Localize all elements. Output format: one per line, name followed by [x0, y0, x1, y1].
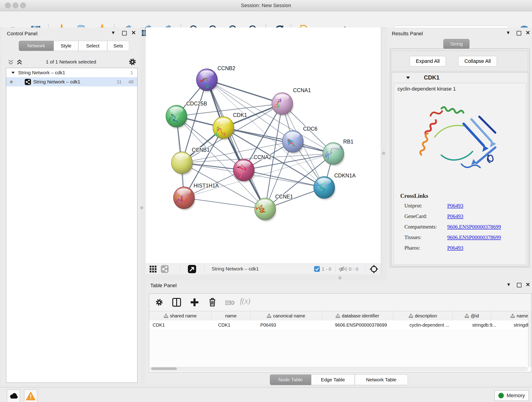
node-label-CCNB2: CCNB2 [217, 65, 235, 71]
float-panel-icon[interactable] [517, 283, 521, 287]
network-edge-CCNA2-CDKN1A[interactable] [244, 170, 324, 187]
column-header-database-identifier[interactable]: database identifier [322, 311, 393, 320]
network-row-selected[interactable]: String Network – cdk1 11 48 [6, 77, 137, 86]
close-panel-icon[interactable]: ✕ [131, 31, 136, 35]
horizontal-scrollbar-thumb[interactable] [151, 367, 177, 370]
node-label-CDC25B: CDC25B [186, 101, 207, 107]
memory-label: Memory [507, 393, 525, 399]
hidden-node-edge-counts: 0 - 0 [349, 266, 358, 272]
tab-select[interactable]: Select [78, 41, 107, 51]
network-collection-row[interactable]: String Network – cdk1 1 [6, 68, 137, 77]
section-collapse-triangle-icon[interactable] [406, 76, 410, 80]
network-node-RB1[interactable] [323, 143, 345, 166]
create-column-icon[interactable] [190, 298, 199, 307]
main-toolbar: ? [0, 11, 532, 28]
crosslink-label: Uniprot: [404, 203, 422, 209]
column-header-shared-name[interactable]: shared name [149, 311, 211, 320]
tab-string[interactable]: String [443, 39, 469, 49]
network-node-CCNA1[interactable] [272, 93, 293, 116]
collapse-all-button[interactable]: Collapse All [458, 56, 497, 66]
control-panel-tabs: NetworkStyleSelectSets [19, 41, 129, 51]
selected-checkbox-icon[interactable] [314, 266, 320, 272]
column-header-canonical-name[interactable]: canonical name [250, 311, 322, 320]
separator [180, 265, 180, 273]
crosslink-link[interactable]: 9606.ENSP00000378699 [447, 224, 501, 230]
crosslink-link[interactable]: P06493 [447, 203, 463, 209]
float-panel-icon[interactable] [122, 31, 127, 36]
string-network-icon [25, 79, 31, 85]
status-bar: Memory [0, 387, 532, 402]
gear-icon[interactable] [128, 58, 137, 66]
panel-menu-icon[interactable]: ▾ [507, 30, 510, 35]
tab-sets[interactable]: Sets [107, 41, 129, 51]
panel-menu-icon[interactable]: ▾ [112, 30, 114, 35]
separator [336, 265, 336, 273]
node-label-CDK1: CDK1 [233, 112, 247, 118]
expand-all-button[interactable]: Expand All [410, 56, 446, 66]
grid-view-icon[interactable] [149, 265, 157, 273]
network-status-dot [10, 80, 13, 83]
crosslink-label: Tissues: [404, 235, 422, 240]
column-header-name[interactable]: name [211, 311, 250, 320]
network-edge-CCNB2-CCNA1[interactable] [207, 80, 282, 104]
string-results-container: Expand All Collapse All CDK1 cyclin-depe… [390, 49, 530, 267]
current-network-name: String Network – cdk1 [212, 266, 259, 272]
close-panel-icon[interactable]: ✕ [526, 282, 530, 287]
column-header-description[interactable]: description [393, 311, 453, 320]
network-node-CCNE1[interactable] [254, 198, 276, 221]
show-columns-icon[interactable] [172, 298, 181, 307]
network-node-CDC6[interactable] [282, 130, 304, 154]
crosslink-link[interactable]: P06493 [447, 245, 463, 251]
network-edge-CCNB2-CCNE1[interactable] [207, 80, 265, 209]
vertical-scrollbar[interactable] [528, 311, 531, 367]
tab-network-table[interactable]: Network Table [355, 375, 408, 385]
results-panel-title: Results Panel [392, 31, 423, 37]
collection-count: 1 [130, 70, 133, 75]
protein-structure-image [406, 97, 512, 186]
close-panel-icon[interactable]: ✕ [526, 31, 530, 35]
crosslink-label: GeneCard: [404, 213, 427, 219]
network-edge-CCNB2-RB1[interactable] [207, 80, 333, 153]
column-header-label: shared name [170, 313, 197, 319]
delete-column-icon[interactable] [208, 297, 217, 307]
column-header-@id[interactable]: @id [453, 311, 491, 320]
birds-eye-view-icon[interactable] [188, 265, 196, 273]
tab-edge-table[interactable]: Edge Table [311, 375, 355, 385]
crosslink-link[interactable]: 9606.ENSP00000378699 [447, 235, 501, 240]
gene-description: cyclin-dependent kinase 1 [398, 86, 456, 92]
network-edge-HIST1H1A-CCNE1[interactable] [184, 198, 265, 209]
right-splitter-handle[interactable] [382, 152, 385, 155]
network-canvas[interactable]: CCNB2CCNA1CDC25BCDK1CDC6RB1CCNB1CCNA2CDK… [146, 27, 381, 264]
network-node-HIST1H1A[interactable] [173, 187, 195, 210]
column-tree-icon [465, 314, 469, 318]
collapse-triangle-icon[interactable] [11, 71, 15, 74]
tab-node-table[interactable]: Node Table [270, 375, 311, 385]
collection-label: String Network – cdk1 [18, 70, 130, 75]
memory-status-dot [498, 393, 504, 398]
table-row[interactable]: CDK1CDK1P064939606.ENSP00000378699cyclin… [149, 320, 532, 330]
tab-network[interactable]: Network [19, 41, 54, 51]
network-node-CDK1[interactable] [213, 117, 234, 140]
column-header-label: database identifier [342, 313, 379, 319]
float-panel-icon[interactable] [517, 31, 521, 36]
crosslink-label: Compartments: [404, 224, 437, 230]
table-cell-database-identifier: 9606.ENSP00000378699 [331, 320, 406, 330]
network-tree: String Network – cdk1 1 String Network –… [6, 68, 138, 383]
crosslink-link[interactable]: P06493 [447, 213, 463, 219]
table-gear-icon[interactable] [155, 298, 163, 306]
crosshair-icon[interactable] [369, 264, 379, 274]
cloud-button[interactable] [7, 389, 20, 402]
panel-menu-icon[interactable]: ▾ [507, 282, 510, 287]
left-splitter-handle[interactable] [140, 206, 143, 209]
network-thumbnail-icon[interactable] [161, 265, 169, 273]
table-cell-description: cyclin-dependent ... [406, 320, 469, 330]
network-node-CDKN1A[interactable] [314, 177, 336, 200]
memory-button[interactable]: Memory [494, 390, 529, 401]
column-header-label: description [415, 313, 437, 319]
column-header-namespace[interactable]: namespace [491, 311, 532, 320]
network-node-CDC25B[interactable] [166, 105, 188, 128]
warnings-button[interactable] [24, 389, 37, 402]
table-panel-title: Table Panel [150, 283, 177, 288]
horizontal-splitter-handle[interactable] [338, 276, 341, 279]
tab-style[interactable]: Style [54, 41, 78, 51]
